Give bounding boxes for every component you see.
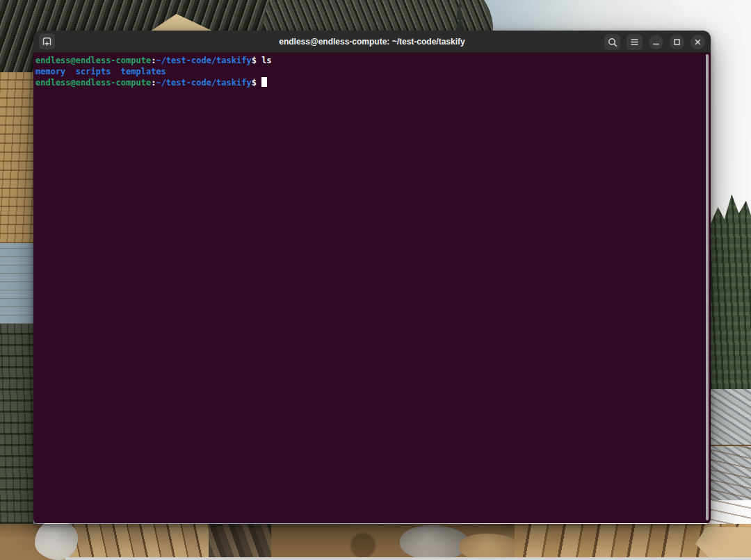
search-button[interactable] <box>604 34 620 50</box>
minimize-button[interactable] <box>649 35 663 49</box>
terminal-line-prompt-current: endless@endless-compute:~/test-code/task… <box>35 77 711 89</box>
terminal-line-prompt-ls: endless@endless-compute:~/test-code/task… <box>35 56 711 67</box>
close-button[interactable] <box>691 35 705 49</box>
terminal-titlebar[interactable]: endless@endless-compute: ~/test-code/tas… <box>33 31 711 53</box>
prompt-dollar: $ <box>252 78 261 88</box>
prompt-dollar: $ <box>252 56 261 65</box>
wallpaper-tan-shingles <box>0 72 33 243</box>
new-tab-button[interactable] <box>39 33 55 49</box>
terminal-line-ls-output: memory scripts templates <box>35 67 711 78</box>
wallpaper-bottom-edge-strip <box>65 557 751 560</box>
maximize-button[interactable] <box>670 35 684 49</box>
ls-directories: memory scripts templates <box>35 67 166 76</box>
prompt-user-host: endless@endless-compute <box>35 78 151 88</box>
hamburger-menu-icon <box>629 37 640 47</box>
maximize-icon <box>672 38 681 47</box>
terminal-window: endless@endless-compute: ~/test-code/tas… <box>33 31 711 524</box>
wallpaper-white-object <box>35 520 78 560</box>
minimize-icon <box>652 38 661 47</box>
search-icon <box>607 37 618 48</box>
prompt-path: ~/test-code/taskify <box>156 78 251 88</box>
terminal-cursor <box>261 77 267 87</box>
wallpaper-bottom-lumber <box>0 524 751 560</box>
new-tab-icon <box>41 35 53 47</box>
wallpaper-dark-shingles <box>0 324 33 524</box>
prompt-path: ~/test-code/taskify <box>156 56 251 65</box>
prompt-user-host: endless@endless-compute <box>35 56 151 65</box>
wallpaper-dark-boards <box>209 524 271 560</box>
terminal-content[interactable]: endless@endless-compute:~/test-code/task… <box>33 53 711 523</box>
command-text: ls <box>261 56 271 65</box>
menu-button[interactable] <box>627 34 643 50</box>
wallpaper-forest <box>711 195 751 403</box>
wallpaper-left-structure <box>0 72 33 560</box>
terminal-scrollbar[interactable] <box>706 54 709 520</box>
close-icon <box>693 38 702 47</box>
wallpaper-wood-beam <box>0 243 33 324</box>
wallpaper-tan-stones <box>459 534 522 560</box>
wallpaper-right-landscape <box>711 167 751 560</box>
